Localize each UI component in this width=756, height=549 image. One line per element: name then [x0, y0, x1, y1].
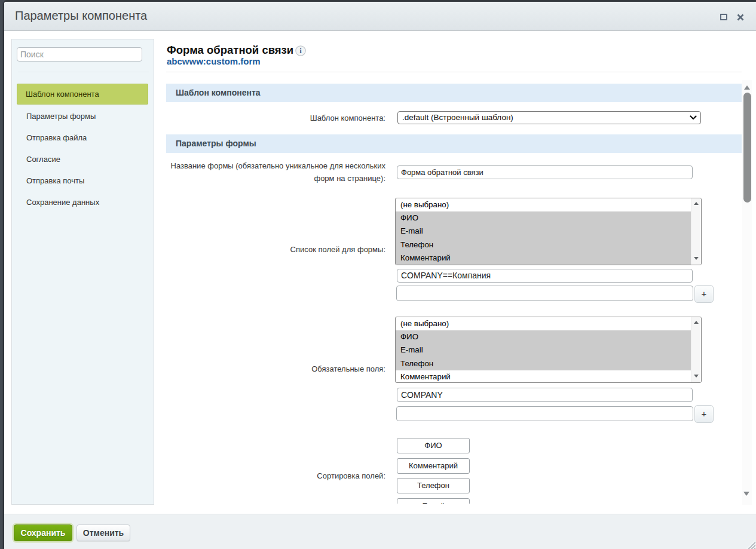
svg-text:i: i: [299, 47, 302, 55]
